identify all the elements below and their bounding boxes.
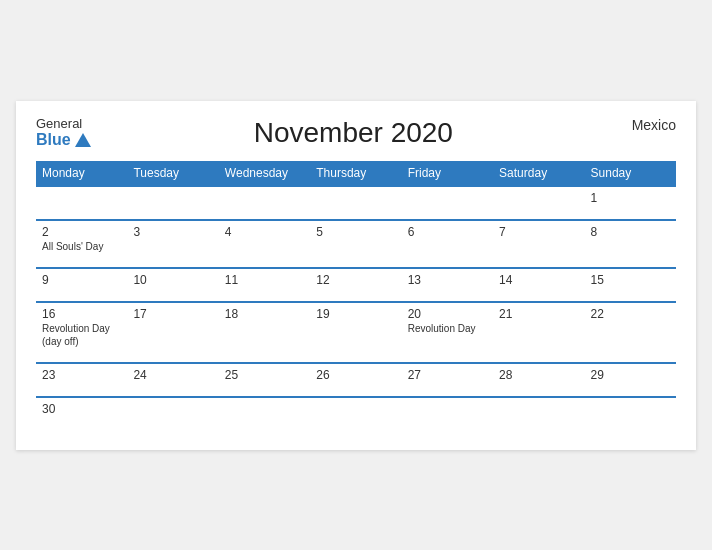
- day-cell: [127, 397, 218, 430]
- day-number: 9: [42, 273, 121, 287]
- day-number: 13: [408, 273, 487, 287]
- day-cell: [219, 397, 310, 430]
- logo-triangle-icon: [75, 133, 91, 147]
- day-number: 29: [591, 368, 670, 382]
- day-cell: 15: [585, 268, 676, 302]
- day-cell: 12: [310, 268, 401, 302]
- event-label: All Souls' Day: [42, 240, 121, 253]
- day-number: 1: [591, 191, 670, 205]
- day-number: 25: [225, 368, 304, 382]
- day-cell: 14: [493, 268, 584, 302]
- weekday-wednesday: Wednesday: [219, 161, 310, 186]
- event-label: Revolution Day: [408, 322, 487, 335]
- day-cell: [493, 186, 584, 220]
- day-cell: 5: [310, 220, 401, 268]
- day-number: 21: [499, 307, 578, 321]
- day-cell: [402, 186, 493, 220]
- day-cell: [310, 397, 401, 430]
- day-cell: 7: [493, 220, 584, 268]
- day-cell: [585, 397, 676, 430]
- day-cell: 26: [310, 363, 401, 397]
- logo-blue-text: Blue: [36, 131, 91, 149]
- day-number: 14: [499, 273, 578, 287]
- day-cell: 17: [127, 302, 218, 363]
- day-number: 26: [316, 368, 395, 382]
- day-cell: 21: [493, 302, 584, 363]
- weekday-tuesday: Tuesday: [127, 161, 218, 186]
- day-cell: [219, 186, 310, 220]
- week-row-2: 9101112131415: [36, 268, 676, 302]
- day-number: 22: [591, 307, 670, 321]
- weekday-saturday: Saturday: [493, 161, 584, 186]
- week-row-4: 23242526272829: [36, 363, 676, 397]
- day-number: 8: [591, 225, 670, 239]
- event-label: Revolution Day (day off): [42, 322, 121, 348]
- weekday-header-row: MondayTuesdayWednesdayThursdayFridaySatu…: [36, 161, 676, 186]
- day-cell: 28: [493, 363, 584, 397]
- day-number: 10: [133, 273, 212, 287]
- day-number: 7: [499, 225, 578, 239]
- weekday-thursday: Thursday: [310, 161, 401, 186]
- day-cell: 4: [219, 220, 310, 268]
- calendar-grid: MondayTuesdayWednesdayThursdayFridaySatu…: [36, 161, 676, 430]
- week-row-3: 16Revolution Day (day off)17181920Revolu…: [36, 302, 676, 363]
- day-cell: [402, 397, 493, 430]
- day-number: 2: [42, 225, 121, 239]
- day-cell: 25: [219, 363, 310, 397]
- day-number: 18: [225, 307, 304, 321]
- day-number: 19: [316, 307, 395, 321]
- day-cell: 13: [402, 268, 493, 302]
- day-cell: [310, 186, 401, 220]
- day-number: 30: [42, 402, 121, 416]
- logo: General Blue: [36, 117, 91, 149]
- logo-general-text: General: [36, 117, 91, 131]
- week-row-5: 30: [36, 397, 676, 430]
- day-number: 20: [408, 307, 487, 321]
- day-number: 17: [133, 307, 212, 321]
- week-row-0: 1: [36, 186, 676, 220]
- day-number: 6: [408, 225, 487, 239]
- day-cell: 9: [36, 268, 127, 302]
- day-cell: 1: [585, 186, 676, 220]
- day-cell: 23: [36, 363, 127, 397]
- week-row-1: 2All Souls' Day345678: [36, 220, 676, 268]
- day-number: 12: [316, 273, 395, 287]
- calendar-title: November 2020: [91, 117, 616, 149]
- day-cell: [127, 186, 218, 220]
- day-number: 4: [225, 225, 304, 239]
- day-cell: 19: [310, 302, 401, 363]
- day-number: 15: [591, 273, 670, 287]
- day-cell: 10: [127, 268, 218, 302]
- day-cell: [493, 397, 584, 430]
- day-number: 5: [316, 225, 395, 239]
- day-cell: 6: [402, 220, 493, 268]
- day-cell: 16Revolution Day (day off): [36, 302, 127, 363]
- day-cell: 29: [585, 363, 676, 397]
- day-number: 3: [133, 225, 212, 239]
- day-cell: 8: [585, 220, 676, 268]
- day-cell: 30: [36, 397, 127, 430]
- day-number: 24: [133, 368, 212, 382]
- weekday-monday: Monday: [36, 161, 127, 186]
- day-cell: 18: [219, 302, 310, 363]
- country-label: Mexico: [616, 117, 676, 133]
- day-cell: 27: [402, 363, 493, 397]
- day-number: 11: [225, 273, 304, 287]
- weekday-friday: Friday: [402, 161, 493, 186]
- day-cell: 20Revolution Day: [402, 302, 493, 363]
- day-number: 16: [42, 307, 121, 321]
- day-number: 23: [42, 368, 121, 382]
- day-number: 27: [408, 368, 487, 382]
- day-cell: 2All Souls' Day: [36, 220, 127, 268]
- calendar-container: General Blue November 2020 Mexico Monday…: [16, 101, 696, 450]
- day-cell: 3: [127, 220, 218, 268]
- day-cell: [36, 186, 127, 220]
- day-cell: 22: [585, 302, 676, 363]
- weekday-sunday: Sunday: [585, 161, 676, 186]
- day-cell: 24: [127, 363, 218, 397]
- header: General Blue November 2020 Mexico: [36, 117, 676, 149]
- day-number: 28: [499, 368, 578, 382]
- day-cell: 11: [219, 268, 310, 302]
